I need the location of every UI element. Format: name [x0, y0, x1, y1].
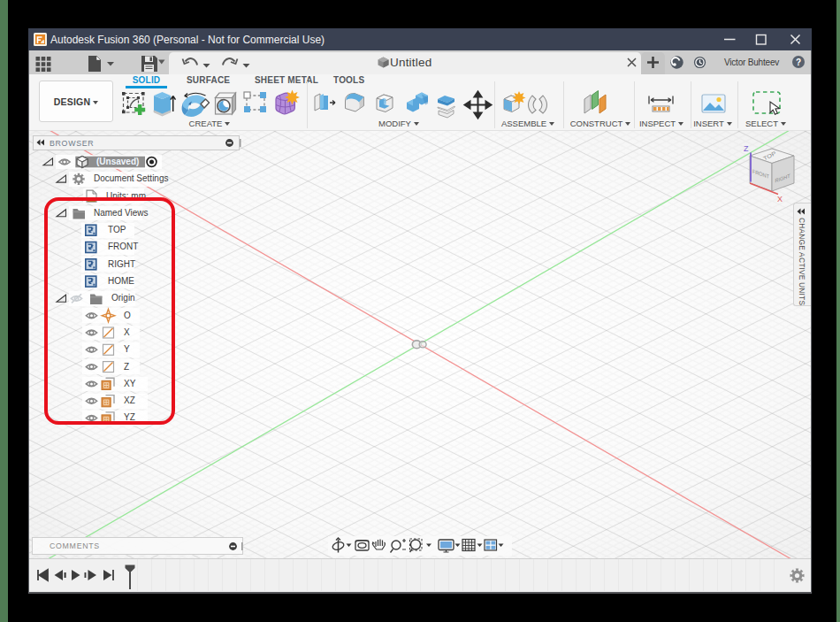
svg-text:?: ? — [796, 58, 801, 67]
svg-text:X: X — [777, 195, 783, 203]
svg-text:Z: Z — [744, 144, 749, 153]
